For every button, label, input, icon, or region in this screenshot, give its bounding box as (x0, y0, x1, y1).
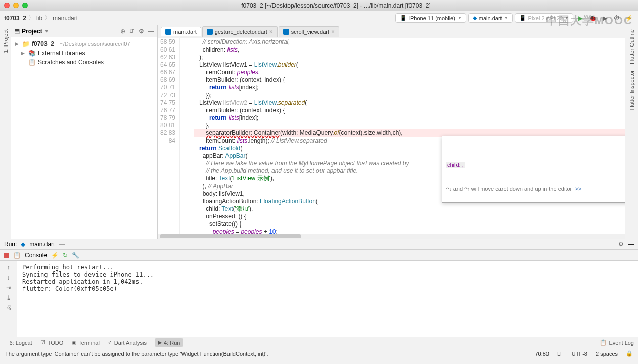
scroll-icon[interactable]: ⤓ (6, 294, 11, 301)
window-title: f0703_2 [~/Desktop/lesson/source/f0703_2… (38, 2, 634, 9)
run-tool-header: Run: ◆ main.dart — ⚙ — (0, 239, 638, 250)
status-error[interactable]: The argument type 'Container' can't be a… (5, 351, 527, 357)
tab-gesture[interactable]: gesture_detector.dart× (202, 26, 278, 37)
console-output[interactable]: Performing hot restart... Syncing files … (17, 261, 638, 337)
line-gutter[interactable]: 58 59 60 61 62 63 64 65 66 67 68 69 70 7… (158, 38, 180, 234)
flutter-inspector-button[interactable]: Flutter Inspector (629, 68, 635, 112)
project-pane: ▤ Project ▼ ⊕ ⇵ ⚙ — ▶📁f0703_2 ~/Desktop/… (11, 25, 158, 239)
terminal-tab[interactable]: ▣ Terminal (71, 339, 100, 346)
hot-reload-icon[interactable]: ⚡ (51, 252, 59, 259)
maximize-window-button[interactable] (22, 3, 28, 8)
close-window-button[interactable] (4, 3, 10, 8)
project-pane-title[interactable]: Project (22, 28, 42, 35)
collapse-icon[interactable]: ⇵ (129, 28, 134, 35)
console-toolbar: 📋 Console ⚡ ↻ 🔧 (0, 250, 638, 261)
bottom-tool-tabs: ≡ 6: Logcat ☑ TODO ▣ Terminal ✓ Dart Ana… (0, 337, 638, 348)
breadcrumb-folder[interactable]: lib (36, 15, 42, 22)
right-gutter: Flutter Outline Flutter Inspector (625, 25, 638, 239)
down-icon[interactable]: ↓ (7, 274, 10, 281)
status-bar: The argument type 'Container' can't be a… (0, 348, 638, 359)
run-settings-icon[interactable]: ⚙ (618, 241, 624, 248)
hide-icon[interactable]: — (148, 28, 154, 35)
logcat-tab[interactable]: ≡ 6: Logcat (4, 340, 32, 346)
breadcrumb-project[interactable]: f0703_2 (4, 15, 26, 22)
run-config-name[interactable]: main.dart (29, 241, 55, 248)
code-editor[interactable]: // scrollDirection: Axis.horizontal, chi… (189, 38, 625, 234)
stop-button[interactable] (4, 253, 9, 258)
wrap-icon[interactable]: ⇥ (6, 284, 11, 291)
cursor-position[interactable]: 70:80 (535, 351, 549, 357)
open-devtools-icon[interactable]: 🔧 (72, 252, 79, 259)
run-config-selector[interactable]: ◆main.dart▼ (468, 13, 513, 23)
dart-analysis-tab[interactable]: ✓ Dart Analysis (108, 339, 147, 346)
editor-area: main.dart gesture_detector.dart× scroll_… (158, 25, 625, 239)
line-separator[interactable]: LF (557, 351, 564, 357)
print-icon[interactable]: 🖨 (6, 304, 12, 311)
tree-scratches[interactable]: 📋Scratches and Consoles (11, 58, 157, 67)
project-tree[interactable]: ▶📁f0703_2 ~/Desktop/lesson/source/f07 ▶📚… (11, 37, 157, 69)
event-log-tab[interactable]: 📋 Event Log (600, 339, 634, 346)
file-encoding[interactable]: UTF-8 (572, 351, 587, 357)
hot-restart-icon[interactable]: ↻ (63, 252, 68, 259)
breadcrumb-file[interactable]: main.dart (53, 15, 78, 22)
window-title-bar: f0703_2 [~/Desktop/lesson/source/f0703_2… (0, 0, 638, 11)
settings-icon[interactable]: ⚙ (139, 28, 144, 35)
completion-popup[interactable]: Widget child: , ^↓ and ^↑ will move care… (442, 136, 625, 203)
indent-info[interactable]: 2 spaces (596, 351, 618, 357)
minimize-window-button[interactable] (13, 3, 19, 8)
device-selector[interactable]: 📱iPhone 11 (mobile)▼ (395, 13, 466, 23)
project-tool-button[interactable]: 1: Project (3, 27, 9, 55)
tab-scroll[interactable]: scroll_view.dart× (279, 26, 339, 37)
up-icon[interactable]: ↑ (7, 264, 10, 271)
navigation-bar: f0703_2 〉lib 〉main.dart 📱iPhone 11 (mobi… (0, 11, 638, 25)
editor-h-scrollbar[interactable] (158, 234, 625, 239)
todo-tab[interactable]: ☑ TODO (40, 339, 64, 346)
tree-external-libs[interactable]: ▶📚External Libraries (11, 49, 157, 58)
flutter-outline-button[interactable]: Flutter Outline (629, 27, 635, 66)
ide-status-icon[interactable]: 🔒 (626, 350, 633, 357)
run-tab[interactable]: ▶ 4: Run (155, 338, 183, 347)
run-label: Run: (4, 241, 17, 248)
locate-icon[interactable]: ⊕ (120, 28, 125, 35)
watermark: 中国大学MOOC (546, 13, 633, 28)
console-gutter: ↑ ↓ ⇥ ⤓ 🖨 (0, 261, 17, 337)
console-tab[interactable]: Console (25, 252, 47, 259)
left-gutter: 1: Project (0, 25, 11, 239)
run-hide-icon[interactable]: — (628, 241, 634, 248)
tab-main[interactable]: main.dart (161, 27, 201, 36)
